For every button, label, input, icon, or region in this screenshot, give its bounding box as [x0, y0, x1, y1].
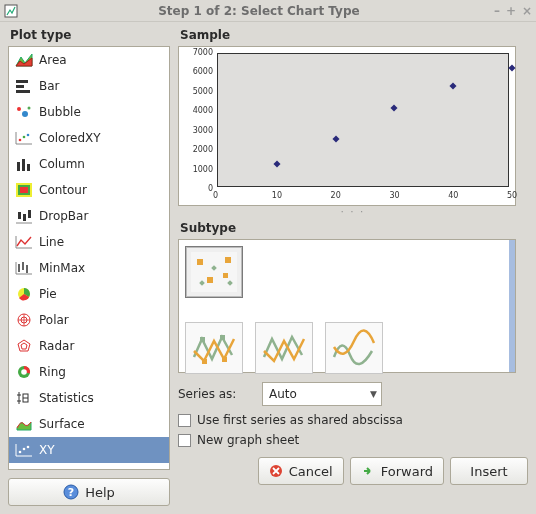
data-point: [273, 160, 280, 167]
insert-button[interactable]: Insert: [450, 457, 528, 485]
title-bar: Step 1 of 2: Select Chart Type – + ×: [0, 0, 536, 22]
area-icon: [15, 52, 33, 68]
resize-grip-icon[interactable]: · · ·: [178, 207, 528, 217]
plot-type-bubble[interactable]: Bubble: [9, 99, 169, 125]
plot-type-label: Bar: [39, 79, 60, 93]
x-tick-label: 40: [448, 191, 458, 200]
y-tick-label: 5000: [193, 87, 213, 96]
svg-rect-43: [220, 335, 225, 340]
ring-icon: [15, 364, 33, 380]
plot-type-heading: Plot type: [10, 28, 170, 42]
plot-type-statistics[interactable]: Statistics: [9, 385, 169, 411]
series-as-combo[interactable]: Auto ▼: [262, 382, 382, 406]
series-as-value: Auto: [269, 387, 297, 401]
forward-label: Forward: [381, 464, 433, 479]
minimize-icon[interactable]: –: [494, 4, 500, 18]
sample-heading: Sample: [180, 28, 528, 42]
coloredxy-icon: [15, 130, 33, 146]
forward-icon: [361, 464, 375, 478]
contour-icon: [15, 182, 33, 198]
svg-rect-44: [202, 359, 207, 364]
plot-type-label: MinMax: [39, 261, 85, 275]
plot-type-polar[interactable]: Polar: [9, 307, 169, 333]
plot-type-surface[interactable]: Surface: [9, 411, 169, 437]
subtype-spline-icon: [330, 327, 378, 369]
plot-type-pie[interactable]: Pie: [9, 281, 169, 307]
svg-rect-20: [28, 210, 31, 218]
statistics-icon: [15, 390, 33, 406]
plot-type-ring[interactable]: Ring: [9, 359, 169, 385]
svg-rect-42: [200, 337, 205, 342]
plot-type-coloredxy[interactable]: ColoredXY: [9, 125, 169, 151]
data-point: [332, 136, 339, 143]
series-as-row: Series as: Auto ▼: [178, 381, 528, 407]
plot-type-label: Statistics: [39, 391, 94, 405]
forward-button[interactable]: Forward: [350, 457, 444, 485]
new-sheet-row: New graph sheet: [178, 433, 528, 447]
plot-type-label: Bubble: [39, 105, 81, 119]
cancel-button[interactable]: Cancel: [258, 457, 344, 485]
svg-rect-17: [20, 187, 28, 193]
window-buttons: – + ×: [494, 4, 532, 18]
series-as-label: Series as:: [178, 387, 248, 401]
subtype-line[interactable]: [255, 322, 313, 374]
plot-type-label: Contour: [39, 183, 87, 197]
plot-type-contour[interactable]: Contour: [9, 177, 169, 203]
x-tick-label: 50: [507, 191, 517, 200]
y-tick-label: 2000: [193, 145, 213, 154]
subtype-spline[interactable]: [325, 322, 383, 374]
sample-chart: 0100020003000400050006000700001020304050: [178, 46, 516, 206]
minmax-icon: [15, 260, 33, 276]
plot-type-label: XY: [39, 443, 55, 457]
subtype-scatter[interactable]: [185, 246, 243, 298]
dialog-buttons: Cancel Forward Insert: [178, 457, 528, 485]
shared-abscissa-row: Use first series as shared abscissa: [178, 413, 528, 427]
help-button[interactable]: ? Help: [8, 478, 170, 506]
x-tick-label: 10: [272, 191, 282, 200]
svg-rect-4: [16, 85, 24, 88]
plot-type-dropbar[interactable]: DropBar: [9, 203, 169, 229]
plot-type-column[interactable]: Column: [9, 151, 169, 177]
help-icon: ?: [63, 484, 79, 500]
plot-type-label: DropBar: [39, 209, 88, 223]
plot-type-radar[interactable]: Radar: [9, 333, 169, 359]
close-icon[interactable]: ×: [522, 4, 532, 18]
x-tick-label: 30: [389, 191, 399, 200]
new-sheet-label: New graph sheet: [197, 433, 299, 447]
y-tick-label: 7000: [193, 48, 213, 57]
shared-abscissa-checkbox[interactable]: [178, 414, 191, 427]
chevron-down-icon: ▼: [370, 389, 377, 399]
maximize-icon[interactable]: +: [506, 4, 516, 18]
dropbar-icon: [15, 208, 33, 224]
subtype-line-markers-icon: [190, 327, 238, 369]
subtype-scrollbar[interactable]: [509, 240, 515, 372]
svg-rect-3: [16, 80, 28, 83]
plot-type-list[interactable]: Area Bar Bubble ColoredXY Column Contour: [8, 46, 170, 470]
app-icon: [4, 4, 18, 18]
new-sheet-checkbox[interactable]: [178, 434, 191, 447]
y-tick-label: 1000: [193, 165, 213, 174]
window-title: Step 1 of 2: Select Chart Type: [24, 4, 494, 18]
svg-text:?: ?: [68, 486, 74, 499]
svg-rect-36: [225, 257, 231, 263]
plot-type-xy[interactable]: XY: [9, 437, 169, 463]
surface-icon: [15, 416, 33, 432]
x-tick-label: 0: [213, 191, 218, 200]
svg-point-11: [27, 134, 30, 137]
plot-type-bar[interactable]: Bar: [9, 73, 169, 99]
svg-rect-14: [27, 164, 30, 171]
svg-rect-13: [22, 159, 25, 171]
preview-panel: Sample 010002000300040005000600070000102…: [178, 28, 528, 506]
svg-rect-12: [17, 162, 20, 171]
subtype-list: [178, 239, 516, 373]
x-tick-label: 20: [331, 191, 341, 200]
svg-rect-35: [197, 259, 203, 265]
xy-icon: [15, 442, 33, 458]
plot-type-line[interactable]: Line: [9, 229, 169, 255]
plot-type-area[interactable]: Area: [9, 47, 169, 73]
y-tick-label: 6000: [193, 67, 213, 76]
subtype-line-markers[interactable]: [185, 322, 243, 374]
plot-type-minmax[interactable]: MinMax: [9, 255, 169, 281]
plot-type-label: Line: [39, 235, 64, 249]
cancel-label: Cancel: [289, 464, 333, 479]
